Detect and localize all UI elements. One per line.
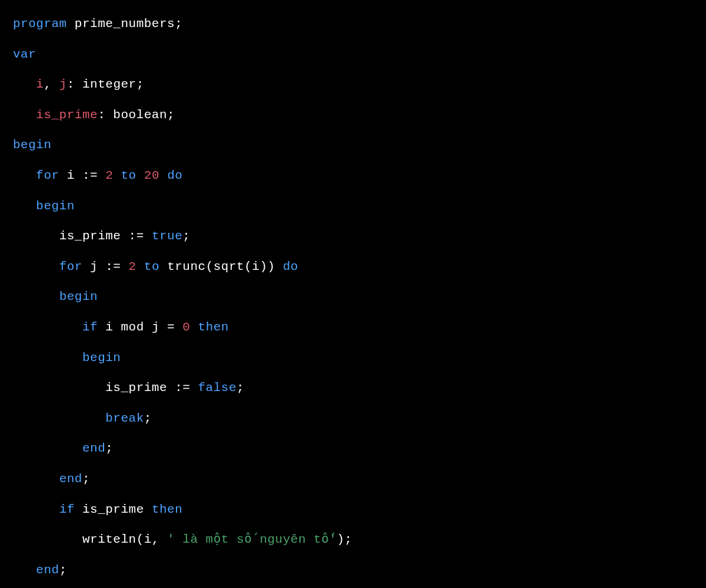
code-line-14: break; xyxy=(13,409,693,429)
var-is-prime: is_prime xyxy=(59,229,121,243)
keyword-break: break xyxy=(105,412,144,425)
indent xyxy=(13,563,36,577)
space xyxy=(159,260,167,273)
indent xyxy=(13,199,36,213)
paren-open: ( xyxy=(206,260,214,273)
code-line-19: end; xyxy=(13,560,693,580)
keyword-begin: begin xyxy=(13,138,52,152)
indent xyxy=(13,472,59,486)
space xyxy=(190,320,198,334)
semicolon: ; xyxy=(59,563,67,577)
space xyxy=(136,260,144,273)
indent xyxy=(13,442,82,455)
var-i: i xyxy=(252,260,259,273)
code-line-13: is_prime := false; xyxy=(13,378,693,398)
var-i: i xyxy=(36,78,44,91)
indent xyxy=(13,229,59,243)
code-line-1: program prime_numbers; xyxy=(13,14,693,34)
type-boolean: boolean xyxy=(113,108,167,122)
bool-false: false xyxy=(198,381,237,395)
space xyxy=(98,260,105,273)
semicolon: ; xyxy=(175,17,182,31)
colon: : xyxy=(67,78,82,91)
keyword-begin: begin xyxy=(36,199,75,213)
colon: : xyxy=(98,108,113,122)
keyword-var: var xyxy=(13,48,36,61)
code-line-9: for j := 2 to trunc(sqrt(i)) do xyxy=(13,257,693,277)
code-line-5: begin xyxy=(13,135,693,155)
indent xyxy=(13,412,105,425)
code-block: program prime_numbers; var i, j: integer… xyxy=(13,14,693,588)
space xyxy=(144,320,152,334)
code-line-2: var xyxy=(13,45,693,65)
number-2: 2 xyxy=(105,169,113,182)
semicolon: ; xyxy=(144,412,152,425)
indent xyxy=(13,78,36,91)
type-integer: integer xyxy=(82,78,136,91)
semicolon: ; xyxy=(105,442,113,455)
keyword-do: do xyxy=(283,260,298,273)
code-line-3: i, j: integer; xyxy=(13,75,693,95)
paren-open: ( xyxy=(136,533,144,546)
keyword-if: if xyxy=(59,503,75,516)
bool-true: true xyxy=(152,229,182,243)
keyword-mod: mod xyxy=(121,320,144,334)
indent xyxy=(13,503,59,516)
space xyxy=(159,320,167,334)
space xyxy=(82,260,90,273)
var-is-prime: is_prime xyxy=(105,381,167,395)
space xyxy=(67,17,75,31)
code-line-11: if i mod j = 0 then xyxy=(13,318,693,338)
paren-close: ) xyxy=(337,533,344,546)
keyword-end: end xyxy=(82,442,105,455)
keyword-program: program xyxy=(13,17,67,31)
comma: , xyxy=(44,78,59,91)
space xyxy=(113,169,121,182)
program-name: prime_numbers xyxy=(75,17,175,31)
keyword-to: to xyxy=(144,260,159,273)
comma: , xyxy=(152,533,167,546)
indent xyxy=(13,320,82,334)
space xyxy=(75,503,82,516)
equals-op: = xyxy=(167,320,175,334)
semicolon: ; xyxy=(182,229,190,243)
keyword-do: do xyxy=(167,169,182,182)
var-j: j xyxy=(90,260,98,273)
number-20: 20 xyxy=(144,169,159,182)
code-line-6: for i := 2 to 20 do xyxy=(13,166,693,186)
var-j: j xyxy=(152,320,159,334)
indent xyxy=(13,108,36,122)
indent xyxy=(13,351,82,365)
semicolon: ; xyxy=(82,472,90,486)
var-i: i xyxy=(105,320,113,334)
space xyxy=(275,260,283,273)
semicolon: ; xyxy=(345,533,352,546)
space xyxy=(59,169,67,182)
space xyxy=(144,229,152,243)
code-line-18: writeln(i, ' là một số nguyên tố'); xyxy=(13,530,693,550)
keyword-begin: begin xyxy=(59,290,98,303)
space xyxy=(190,381,198,395)
code-line-4: is_prime: boolean; xyxy=(13,105,693,125)
space xyxy=(144,503,152,516)
func-writeln: writeln xyxy=(82,533,136,546)
number-2: 2 xyxy=(129,260,136,273)
semicolon: ; xyxy=(167,108,175,122)
paren-open: ( xyxy=(244,260,252,273)
space xyxy=(98,320,105,334)
var-i: i xyxy=(144,533,152,546)
assign-op: := xyxy=(105,260,121,273)
var-is-prime: is_prime xyxy=(82,503,144,516)
space xyxy=(121,229,128,243)
paren-close: ) xyxy=(259,260,267,273)
code-line-7: begin xyxy=(13,196,693,216)
number-0: 0 xyxy=(182,320,190,334)
indent xyxy=(13,290,59,303)
indent xyxy=(13,381,105,395)
func-trunc: trunc xyxy=(167,260,206,273)
space xyxy=(121,260,128,273)
semicolon: ; xyxy=(237,381,244,395)
code-line-15: end; xyxy=(13,439,693,459)
string-literal: ' là một số nguyên tố' xyxy=(167,533,337,546)
assign-op: := xyxy=(175,381,190,395)
